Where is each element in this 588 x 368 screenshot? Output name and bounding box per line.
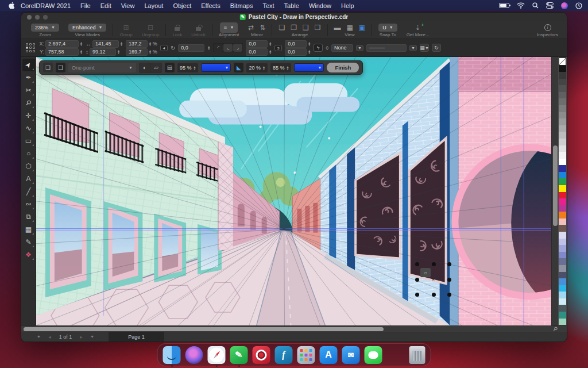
- color-swatch[interactable]: [559, 192, 566, 199]
- menu-window[interactable]: Window: [309, 2, 331, 9]
- dock-icon-safari[interactable]: [208, 346, 226, 364]
- color-swatch[interactable]: [559, 139, 566, 145]
- color-swatch[interactable]: [559, 225, 566, 232]
- color-swatch[interactable]: [559, 245, 566, 252]
- menu-view[interactable]: View: [121, 2, 135, 9]
- drawing-canvas[interactable]: ❏ ❑ One-point▼ ■ ○ ◐ ▱ ▤ 95 % ▲▼: [36, 57, 551, 325]
- dock-icon-trash[interactable]: [409, 346, 425, 364]
- clock-icon[interactable]: [575, 2, 582, 9]
- shape-tool[interactable]: ✒: [22, 71, 35, 84]
- selection-handle[interactable]: [447, 293, 451, 297]
- menu-object[interactable]: Object: [173, 2, 191, 9]
- color-swatch[interactable]: [559, 72, 566, 79]
- dock-icon-messages[interactable]: [365, 346, 382, 364]
- menu-edit[interactable]: Edit: [100, 2, 111, 9]
- scale-ratio-lock-button[interactable]: ◂: [160, 45, 168, 51]
- perspective-edit-icon[interactable]: ❑: [56, 63, 65, 72]
- color-swatch[interactable]: [559, 272, 566, 279]
- group-button[interactable]: ⊞ Group: [115, 22, 136, 38]
- dock-icon-mail[interactable]: ✉: [342, 346, 360, 364]
- free-transform-tool[interactable]: ✛: [22, 109, 35, 122]
- color-swatch[interactable]: [559, 205, 566, 212]
- y-stepper[interactable]: ▲▼: [80, 49, 83, 54]
- rotation-angle-field[interactable]: 0,0: [178, 44, 204, 52]
- spotlight-icon[interactable]: [532, 2, 539, 9]
- text-tool[interactable]: A: [22, 172, 35, 185]
- color-swatch[interactable]: [559, 292, 566, 298]
- dock-icon-launchpad[interactable]: [297, 346, 315, 364]
- rectangle-tool[interactable]: ▭: [22, 135, 35, 147]
- menu-app[interactable]: CorelDRAW 2021: [21, 2, 71, 9]
- color-swatch[interactable]: [559, 152, 566, 159]
- object-height-field[interactable]: 99,12: [90, 48, 116, 56]
- to-back-icon[interactable]: ❒: [315, 24, 321, 32]
- scalloped-corner-button[interactable]: ◟: [223, 44, 233, 52]
- color-swatch[interactable]: [559, 232, 566, 239]
- color-swatch[interactable]: [559, 145, 566, 152]
- selection-handle[interactable]: [415, 278, 419, 282]
- color-swatch[interactable]: [559, 98, 566, 105]
- vertical-scrollbar-thumb[interactable]: [553, 145, 558, 226]
- perspective-type-dropdown[interactable]: One-point▼: [68, 63, 136, 72]
- color-swatch[interactable]: [559, 112, 566, 119]
- scale-x-field[interactable]: 137,2: [126, 40, 148, 48]
- color-swatch[interactable]: [559, 178, 566, 185]
- color-swatch[interactable]: [559, 79, 566, 86]
- refresh-button[interactable]: ↻: [432, 44, 441, 52]
- plane-slash-toggle[interactable]: ▱: [151, 63, 161, 72]
- page-tab[interactable]: Page 1: [109, 332, 164, 342]
- lock-button[interactable]: Lock: [168, 22, 186, 38]
- inspectors-icon[interactable]: i: [544, 24, 551, 31]
- menu-help[interactable]: Help: [341, 2, 354, 9]
- ungroup-button[interactable]: ⊟ Ungroup: [138, 22, 164, 38]
- corner-radius-field-4[interactable]: 0,0: [285, 48, 307, 56]
- get-more-icon[interactable]: ⇣+: [415, 24, 420, 32]
- edit-corners-lock-button[interactable]: s: [274, 45, 282, 51]
- connector-tool[interactable]: ∾: [22, 198, 35, 210]
- ruler-icon[interactable]: ▬: [334, 24, 341, 32]
- field-lines-icon[interactable]: ◣: [234, 63, 243, 72]
- snap-to-dropdown[interactable]: U▼: [378, 24, 397, 32]
- separator[interactable]: [387, 346, 405, 364]
- grid-opacity-field[interactable]: 20 % ▲▼: [246, 63, 267, 72]
- outline-style-chevron[interactable]: ▼: [356, 45, 363, 51]
- line-color-well[interactable]: ▼: [294, 63, 324, 72]
- color-swatch[interactable]: [559, 118, 566, 125]
- menu-layout[interactable]: Layout: [144, 2, 163, 9]
- color-swatch[interactable]: [559, 105, 566, 112]
- polygon-tool[interactable]: ⬡: [22, 160, 35, 172]
- perspective-group-icon[interactable]: ❏: [43, 63, 53, 72]
- horizontal-scrollbar[interactable]: ⚲: [21, 325, 567, 332]
- corner-radius-field-1[interactable]: 0,0: [246, 40, 268, 48]
- color-swatch[interactable]: [559, 132, 566, 139]
- navigator-magnifier-icon[interactable]: ⚲: [552, 325, 559, 332]
- color-swatch[interactable]: [559, 165, 566, 172]
- pattern-dropdown-button[interactable]: ▦▼: [420, 44, 429, 52]
- selection-handle[interactable]: [447, 262, 451, 266]
- color-swatch[interactable]: [559, 212, 566, 218]
- color-swatch[interactable]: [559, 305, 566, 312]
- mirror-horizontal-icon[interactable]: ⇄: [248, 24, 254, 32]
- vertical-scrollbar[interactable]: [551, 57, 558, 325]
- line-density-field[interactable]: 85 % ▲▼: [270, 63, 291, 72]
- view-mode-dropdown[interactable]: Enhanced▼: [68, 24, 106, 32]
- zoom-button[interactable]: [43, 15, 48, 20]
- dock-icon-font-manager[interactable]: f: [275, 346, 293, 364]
- color-swatch[interactable]: [559, 252, 566, 259]
- color-swatch[interactable]: [559, 125, 566, 132]
- to-front-icon[interactable]: ❏: [278, 24, 285, 32]
- battery-icon[interactable]: [499, 3, 509, 8]
- color-swatch[interactable]: [559, 239, 566, 246]
- menu-effects[interactable]: Effects: [201, 2, 220, 9]
- dock-icon-coreldraw[interactable]: [230, 346, 248, 364]
- outline-width-dropdown[interactable]: ———: [366, 44, 407, 52]
- outline-style-dropdown[interactable]: None: [331, 44, 353, 52]
- selection-handle[interactable]: [415, 293, 419, 297]
- selection-handle[interactable]: [432, 262, 436, 266]
- curve-tool[interactable]: ∿: [22, 122, 35, 135]
- next-page-button[interactable]: ▸: [80, 334, 83, 340]
- dock-icon-app-store[interactable]: A: [320, 346, 338, 364]
- chamfered-corner-button[interactable]: ◞: [233, 44, 242, 52]
- forward-one-icon[interactable]: ❐: [291, 24, 297, 32]
- scale-y-field[interactable]: 169,7: [126, 48, 148, 56]
